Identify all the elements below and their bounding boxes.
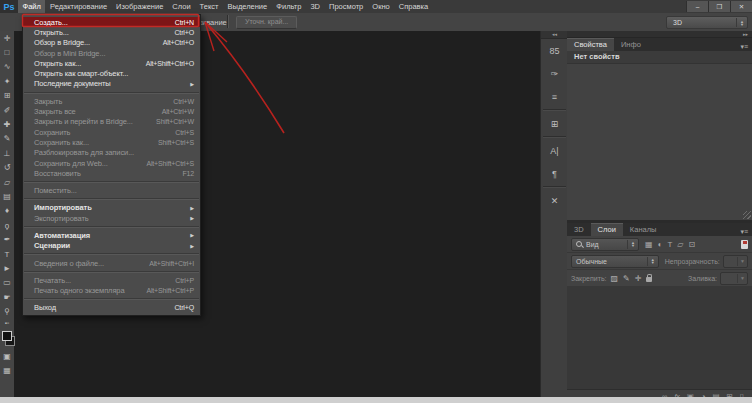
clone-stamp-tool[interactable]: ⊥ [1,146,14,160]
menu-item-recent-files[interactable]: Последние документы▶ [23,79,200,89]
eyedropper-tool[interactable]: ✐ [1,103,14,117]
filter-pixel-layers-icon[interactable]: ▦ [645,240,653,249]
menu-item-close-all[interactable]: Закрыть всеAlt+Ctrl+W [23,106,200,116]
panel-menu-icon[interactable]: ▾≡ [740,43,752,51]
restore-button[interactable]: ❐ [708,1,730,12]
brush-tool[interactable]: ✎ [1,132,14,146]
quick-selection-tool[interactable]: ✦ [1,74,14,88]
menu-item-new[interactable]: Создать...Ctrl+N [23,17,200,27]
gradient-tool[interactable]: ▤ [1,189,14,203]
menu-item-open-as-smart-object[interactable]: Открыть как смарт-объект... [23,68,200,78]
menu-item-label: Автоматизация [34,231,90,240]
menu-item-file-info[interactable]: Сведения о файле...Alt+Shift+Ctrl+I [23,258,200,268]
clone-source-panel-icon[interactable]: ⊞ [541,112,568,135]
menu-item-revert[interactable]: ВосстановитьF12 [23,168,200,178]
tab-3d[interactable]: 3D [567,223,591,236]
paragraph-panel-icon[interactable]: ¶ [541,162,568,185]
panels-collapse-button[interactable]: ▸▸ [567,31,752,38]
menu-item-close-and-go-to-bridge[interactable]: Закрыть и перейти в Bridge...Shift+Ctrl+… [23,117,200,127]
menu-item-shortcut: Alt+Shift+Ctrl+P [146,287,194,294]
path-selection-tool[interactable]: ► [1,261,14,275]
menu-item-save[interactable]: СохранитьCtrl+S [23,127,200,137]
dodge-tool[interactable]: ϙ [1,218,14,232]
close-button[interactable]: ✕ [730,1,752,12]
menu-item-open-as[interactable]: Открыть как...Alt+Shift+Ctrl+O [23,58,200,68]
filter-adjustment-layers-icon[interactable]: ◐ [658,240,663,249]
menubar-item-3d[interactable]: 3D [306,0,325,13]
tab-channels[interactable]: Каналы [623,223,664,236]
brush-panel-icon[interactable]: ✑ [541,62,568,85]
menu-item-close[interactable]: ЗакрытьCtrl+W [23,96,200,106]
crop-tool[interactable]: ⊞ [1,89,14,103]
fill-value-box[interactable]: ▼ [720,272,748,285]
healing-brush-tool[interactable]: ✚ [1,117,14,131]
filter-shape-layers-icon[interactable]: ▱ [677,240,683,249]
lock-position-icon[interactable]: ✛ [635,274,642,283]
filter-smart-objects-icon[interactable]: ⊡ [688,240,695,249]
character-panel-icon[interactable]: A| [541,139,568,162]
menu-item-export[interactable]: Экспортировать▶ [23,213,200,223]
menu-item-import[interactable]: Импортировать▶ [23,203,200,213]
lock-all-icon[interactable] [646,277,652,282]
menu-item-print-one-copy[interactable]: Печать одного экземпляраAlt+Shift+Ctrl+P [23,286,200,296]
lock-pixels-icon[interactable]: ✎ [623,274,630,283]
minimize-button[interactable]: – [686,1,708,12]
3d-panel-icon[interactable]: ✕ [541,189,568,212]
lock-transparency-icon[interactable]: ▨ [610,274,618,283]
pen-tool[interactable]: ✒ [1,232,14,246]
menubar-item-layers[interactable]: Слои [168,0,195,13]
marquee-tool[interactable]: □ [1,45,14,59]
info-panel-icon[interactable]: 85 [541,39,568,62]
resize-grip-icon[interactable] [743,211,751,219]
tab-info[interactable]: Инфо [614,38,648,51]
panel-menu-icon[interactable]: ▾≡ [740,228,752,236]
menu-item-browse-in-mini-bridge[interactable]: Обзор в Mini Bridge... [23,48,200,58]
menubar-item-filter[interactable]: Фильтр [272,0,306,13]
filter-type-layers-icon[interactable]: T [667,240,672,249]
menubar-item-view[interactable]: Просмотр [325,0,368,13]
blend-mode-dropdown[interactable]: Обычные ▲▼ [571,255,659,268]
foreground-color-swatch[interactable] [2,331,12,341]
tab-layers[interactable]: Слои [591,223,623,236]
menubar-item-select[interactable]: Выделение [223,0,272,13]
color-swatches[interactable] [1,330,14,347]
menu-item-exit[interactable]: ВыходCtrl+Q [23,303,200,313]
menu-item-scripts[interactable]: Сценарии▶ [23,241,200,251]
menubar-item-file[interactable]: Файл [18,0,45,13]
history-brush-tool[interactable]: ↺ [1,161,14,175]
menu-item-open[interactable]: Открыть...Ctrl+O [23,27,200,37]
menubar-item-type[interactable]: Текст [195,0,223,13]
refine-edge-button[interactable]: Уточн. край... [236,16,297,29]
blur-tool[interactable]: ♦ [1,204,14,218]
dock-collapse-button[interactable]: ◂◂ [541,31,568,39]
menu-item-label: Печатать... [34,276,71,285]
menu-item-save-as[interactable]: Сохранить как...Shift+Ctrl+S [23,137,200,147]
opacity-value-box[interactable]: ▼ [723,255,748,268]
hand-tool[interactable]: ☛ [1,290,14,304]
menu-item-browse-in-bridge[interactable]: Обзор в Bridge...Alt+Ctrl+O [23,38,200,48]
quick-mask-button[interactable]: ▣ [1,349,14,363]
menu-item-place[interactable]: Поместить... [23,185,200,195]
menubar-item-image[interactable]: Изображение [112,0,168,13]
workspace-switcher[interactable]: 3D ▲▼ [666,16,748,29]
menubar-item-help[interactable]: Справка [394,0,432,13]
shape-tool[interactable]: ▭ [1,276,14,290]
layer-filter-kind-dropdown[interactable]: Вид ▲▼ [571,238,639,251]
menu-item-automate[interactable]: Автоматизация▶ [23,230,200,240]
menubar-item-edit[interactable]: Редактирование [45,0,111,13]
zoom-tool[interactable]: ⚲ [1,304,14,318]
lasso-tool[interactable]: ∿ [1,60,14,74]
menu-item-save-for-web[interactable]: Сохранить для Web...Alt+Shift+Ctrl+S [23,158,200,168]
layer-filter-toggle[interactable] [741,240,748,249]
menu-item-print[interactable]: Печатать...Ctrl+P [23,275,200,285]
eraser-tool[interactable]: ▱ [1,175,14,189]
type-tool[interactable]: T [1,247,14,261]
screen-mode-button[interactable]: ▦ [1,363,14,377]
brush-presets-panel-icon[interactable]: ≡ [541,85,568,108]
menu-item-unlock-for-write[interactable]: Разблокировать для записи... [23,148,200,158]
menu-separator [24,298,199,300]
menubar-item-window[interactable]: Окно [368,0,394,13]
tab-properties[interactable]: Свойства [567,38,614,51]
move-tool[interactable]: ✛ [1,31,14,45]
default-colors-icon[interactable]: ▪▫ [1,319,14,328]
